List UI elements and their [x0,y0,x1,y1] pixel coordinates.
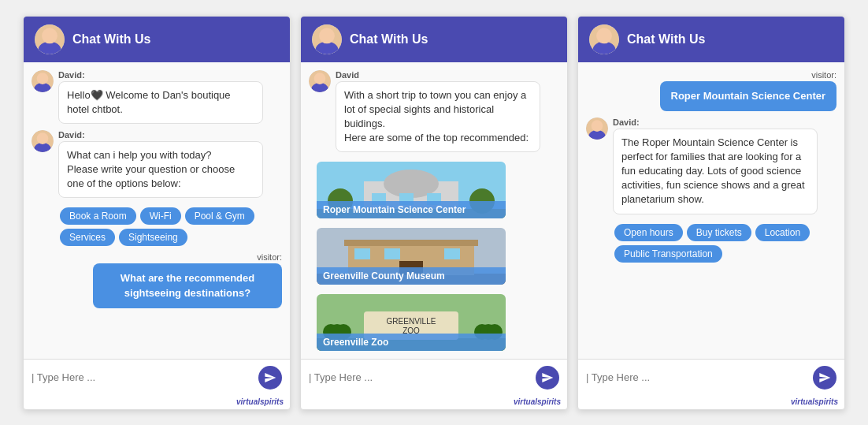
svg-point-19 [314,73,326,84]
quick-reply-button[interactable]: Wi-Fi [140,207,181,225]
powered-by: virtualspirits [578,396,844,409]
quick-reply-button[interactable]: Services [60,229,115,246]
chat-body: DavidWith a short trip to town you can e… [301,62,567,359]
chat-window-1: Chat With UsDavid:Hello🖤 Welcome to Dan'… [23,16,291,410]
image-card: GREENVILLEZOOGreenville Zoo [317,294,506,351]
agent-avatar [309,70,331,92]
agent-avatar [586,117,608,140]
svg-rect-32 [344,240,478,246]
quick-reply-button[interactable]: Pool & Gym [185,207,254,225]
chat-input[interactable] [586,371,807,383]
agent-message-row: David:Hello🖤 Welcome to Dan's boutique h… [32,70,282,124]
image-caption: Greenville Zoo [317,334,506,351]
chat-input[interactable] [309,371,529,383]
send-button[interactable] [536,366,559,390]
avatar [35,24,65,54]
image-caption: Roper Mountain Science Center [317,201,506,218]
agent-bubble: Hello🖤 Welcome to Dan's boutique hotel c… [58,81,263,124]
svg-point-7 [37,73,49,84]
svg-rect-34 [354,248,370,259]
quick-replies: Open hoursBuy ticketsLocationPublic Tran… [586,224,836,263]
chat-body: visitor:Roper Mountain Science CenterDav… [578,62,844,359]
svg-point-56 [592,120,603,132]
agent-avatar [32,70,54,92]
agent-message-row: DavidWith a short trip to town you can e… [309,70,559,153]
visitor-label: visitor: [257,252,282,262]
visitor-label: visitor: [811,70,836,80]
chat-body: David:Hello🖤 Welcome to Dan's boutique h… [24,62,290,359]
quick-reply-button[interactable]: Book a Room [60,207,136,225]
image-caption: Greenville County Museum [317,267,506,285]
visitor-message-row: visitor:Roper Mountain Science Center [586,70,836,111]
agent-bubble: The Roper Mountain Science Center is per… [613,129,818,214]
svg-point-3 [42,28,57,43]
sender-label: David: [58,70,263,80]
agent-bubble-wrapper: DavidWith a short trip to town you can e… [336,70,540,153]
chat-header-title: Chat With Us [72,32,150,47]
sender-label: David: [613,117,818,127]
chat-footer [578,359,844,396]
chat-window-3: Chat With Usvisitor:Roper Mountain Scien… [577,16,845,410]
visitor-bubble: What are the recommended sightseeing des… [93,263,282,308]
agent-avatar [32,130,54,152]
agent-bubble-wrapper: David:Hello🖤 Welcome to Dan's boutique h… [58,70,263,124]
chat-footer [301,359,567,396]
avatar [312,24,342,54]
send-button[interactable] [813,366,836,390]
agent-bubble-wrapper: David:What can i help you with today? Pl… [58,130,263,199]
avatar [589,24,619,54]
quick-reply-button[interactable]: Public Transportation [614,245,722,263]
svg-point-15 [319,28,335,43]
chat-windows-container: Chat With UsDavid:Hello🖤 Welcome to Dan'… [23,16,845,410]
agent-bubble: With a short trip to town you can enjoy … [336,81,540,153]
quick-reply-button[interactable]: Open hours [614,224,683,241]
quick-reply-button[interactable]: Buy tickets [687,224,751,241]
send-button[interactable] [258,366,282,390]
sender-label: David: [58,130,263,140]
sender-label: David [336,70,540,80]
visitor-message-row: visitor:What are the recommended sightse… [32,252,282,308]
chat-header: Chat With Us [24,17,290,62]
image-card: Greenville County Museum [317,228,506,285]
visitor-bubble: Roper Mountain Science Center [660,81,836,111]
agent-message-row: David:What can i help you with today? Pl… [32,130,282,199]
powered-by: virtualspirits [301,396,567,409]
quick-reply-button[interactable]: Location [755,224,810,241]
svg-rect-35 [384,248,400,259]
quick-replies: Book a RoomWi-FiPool & GymServicesSights… [32,207,282,246]
svg-point-52 [596,28,612,43]
chat-footer [24,359,290,396]
chat-header-title: Chat With Us [350,32,428,47]
agent-bubble: What can i help you with today? Please w… [58,141,263,199]
chat-header-title: Chat With Us [627,32,705,47]
agent-bubble-wrapper: David:The Roper Mountain Science Center … [613,117,818,214]
powered-by: virtualspirits [24,396,290,409]
agent-message-row: David:The Roper Mountain Science Center … [586,117,836,214]
chat-header: Chat With Us [301,17,567,62]
image-card: Roper Mountain Science Center [317,162,506,218]
svg-point-11 [37,132,49,144]
chat-window-2: Chat With UsDavidWith a short trip to to… [300,16,568,410]
svg-rect-37 [444,248,460,259]
svg-text:GREENVILLE: GREENVILLE [387,317,436,326]
chat-input[interactable] [32,371,252,383]
chat-header: Chat With Us [578,17,844,62]
quick-reply-button[interactable]: Sightseeing [119,229,187,246]
